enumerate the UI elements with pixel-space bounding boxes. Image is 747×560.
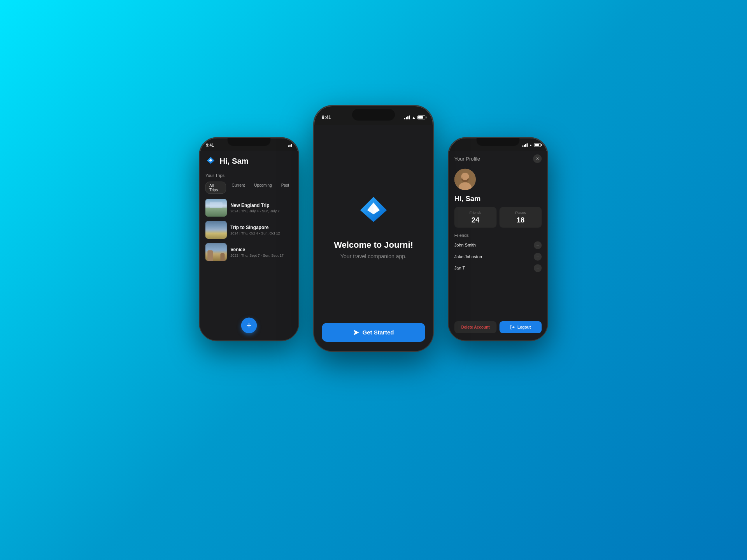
bottom-buttons: Delete Account Logout <box>454 321 542 333</box>
trip-card-1[interactable]: Trip to Singapore 2024 | Thu, Oct 4 - Su… <box>205 221 293 239</box>
tabs-row: All Trips Current Upcoming Past <box>205 182 293 194</box>
trip-thumb-0 <box>205 199 227 217</box>
notch-center <box>352 109 395 121</box>
trip-info-2: Venice 2023 | Thu, Sept 7 - Sun, Sept 17 <box>230 247 284 257</box>
stat-places-label: Places <box>503 210 538 214</box>
get-started-button[interactable]: Get Started <box>322 323 425 342</box>
trip-card-0[interactable]: New England Trip 2024 | Thu, July 4 - Su… <box>205 199 293 217</box>
svg-marker-2 <box>354 330 359 335</box>
profile-title: Your Profile <box>454 156 480 162</box>
welcome-title: Welcome to Journi! <box>334 240 413 250</box>
logout-icon <box>510 325 516 330</box>
screen-left: Hi, Sam Your Trips All Trips Current Upc… <box>200 151 298 341</box>
friend-remove-0[interactable]: − <box>534 242 542 249</box>
stat-places-value: 18 <box>503 216 538 224</box>
stat-places: Places 18 <box>500 207 542 228</box>
app-logo-icon <box>205 156 216 167</box>
logout-button[interactable]: Logout <box>500 321 542 333</box>
tab-upcoming[interactable]: Upcoming <box>251 182 275 194</box>
phone-right: ▲ Your Profile ✕ <box>448 137 548 341</box>
friend-remove-1[interactable]: − <box>534 253 542 261</box>
greeting-text: Hi, Sam <box>220 156 249 166</box>
stat-friends: Friends 24 <box>454 207 497 228</box>
left-content: Hi, Sam Your Trips All Trips Current Upc… <box>200 151 298 270</box>
trip-name-0: New England Trip <box>230 203 280 208</box>
svg-point-7 <box>462 176 468 180</box>
section-title: Your Trips <box>205 173 293 178</box>
avatar-container <box>454 169 542 190</box>
trip-info-1: Trip to Singapore 2024 | Thu, Oct 4 - Su… <box>230 225 280 235</box>
wifi-icon-right: ▲ <box>529 143 532 147</box>
status-icons-center: ▲ <box>404 115 425 120</box>
tab-all-trips[interactable]: All Trips <box>205 182 226 194</box>
friend-row-1: Jake Johnston − <box>454 253 542 261</box>
stat-friends-label: Friends <box>458 210 493 214</box>
friends-section-title: Friends <box>454 233 542 238</box>
screen-center: Welcome to Journi! Your travel companion… <box>314 125 433 351</box>
friend-row-2: Jan T − <box>454 264 542 272</box>
notch-left <box>228 138 270 146</box>
battery-icon <box>417 116 425 119</box>
trip-card-2[interactable]: Venice 2023 | Thu, Sept 7 - Sun, Sept 17 <box>205 243 293 261</box>
trip-info-0: New England Trip 2024 | Thu, July 4 - Su… <box>230 203 280 213</box>
friend-row-0: John Smith − <box>454 242 542 249</box>
trip-name-2: Venice <box>230 247 284 252</box>
phones-container: 9:41 <box>198 105 549 455</box>
time-left: 9:41 <box>206 143 214 147</box>
notch-right <box>477 138 519 146</box>
status-icons-left <box>288 143 292 147</box>
battery-icon-right <box>534 143 541 147</box>
status-icons-right: ▲ <box>523 143 541 147</box>
trip-date-0: 2024 | Thu, July 4 - Sun, July 7 <box>230 209 280 213</box>
right-content: Your Profile ✕ <box>449 151 547 279</box>
stat-friends-value: 24 <box>458 216 493 224</box>
center-content: Welcome to Journi! Your travel companion… <box>314 125 433 351</box>
app-header: Hi, Sam <box>205 156 293 167</box>
send-icon <box>353 329 359 336</box>
tab-past[interactable]: Past <box>278 182 293 194</box>
friend-name-2: Jan T <box>454 266 465 271</box>
friend-name-1: Jake Johnston <box>454 254 482 259</box>
profile-name: Hi, Sam <box>454 194 542 203</box>
avatar <box>454 169 476 190</box>
profile-header: Your Profile ✕ <box>454 154 542 163</box>
stats-row: Friends 24 Places 18 <box>454 207 542 228</box>
trip-date-2: 2023 | Thu, Sept 7 - Sun, Sept 17 <box>230 253 284 257</box>
delete-account-button[interactable]: Delete Account <box>454 321 497 333</box>
tab-current[interactable]: Current <box>228 182 248 194</box>
signal-icon-right <box>523 143 528 147</box>
trip-thumb-2 <box>205 243 227 261</box>
logo-large-icon <box>356 194 391 229</box>
close-profile-button[interactable]: ✕ <box>533 154 542 163</box>
friend-remove-2[interactable]: − <box>534 264 542 272</box>
trip-name-1: Trip to Singapore <box>230 225 280 230</box>
signal-icon <box>288 143 292 147</box>
screen-right: Your Profile ✕ <box>449 151 547 341</box>
trip-thumb-1 <box>205 221 227 239</box>
signal-icon-center <box>404 116 410 119</box>
avatar-image <box>454 169 476 190</box>
trip-date-1: 2024 | Thu, Oct 4 - Sun, Oct 12 <box>230 231 280 235</box>
time-center: 9:41 <box>322 115 331 120</box>
wifi-icon: ▲ <box>412 115 416 120</box>
friend-name-0: John Smith <box>454 243 476 248</box>
phone-center: 9:41 ▲ <box>313 105 434 352</box>
add-trip-button[interactable]: + <box>241 317 257 333</box>
phone-left: 9:41 <box>199 137 299 341</box>
welcome-subtitle: Your travel companion app. <box>340 253 407 259</box>
